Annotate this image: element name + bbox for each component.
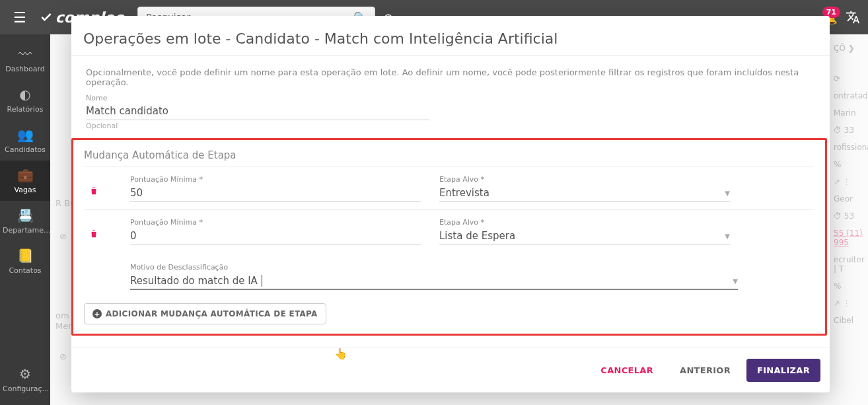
help-text: Opcionalmente, você pode definir um nome… [71, 55, 827, 91]
rule-row: Pontuação Mínima * Etapa Alvo * Lista de… [84, 209, 814, 298]
sidebar-item-departamentos[interactable]: 📇Departame... [0, 201, 50, 241]
name-hint: Opcional [86, 122, 813, 130]
min-score-input[interactable] [130, 185, 421, 202]
batch-operation-modal: Operações em lote - Candidato - Match co… [71, 16, 830, 392]
chevron-down-icon: ▼ [725, 190, 730, 197]
rule-row: Pontuação Mínima * Etapa Alvo * Entrevis… [84, 166, 814, 209]
chevron-down-icon: ▼ [725, 233, 730, 240]
delete-rule-button[interactable] [84, 175, 117, 196]
operation-name-input[interactable] [86, 102, 429, 120]
cancel-button[interactable]: CANCELAR [590, 359, 664, 382]
score-label: Pontuação Mínima * [130, 218, 421, 227]
logo-check-icon [40, 11, 53, 24]
add-stage-change-button[interactable]: + ADICIONAR MUDANÇA AUTOMÁTICA DE ETAPA [84, 303, 326, 324]
sidebar-item-vagas[interactable]: 💼Vagas [0, 161, 50, 201]
section-title: Mudança Automática de Etapa [84, 149, 814, 161]
cursor-pointer-icon: 👆 [334, 348, 347, 360]
sidebar-item-candidatos[interactable]: 👥Candidatos [0, 120, 50, 161]
stage-label: Etapa Alvo * [439, 218, 730, 227]
chevron-down-icon: ▼ [733, 277, 738, 285]
min-score-input[interactable] [130, 228, 421, 244]
plus-icon: + [92, 309, 102, 318]
sidebar-item-contatos[interactable]: 📒Contatos [0, 241, 50, 281]
finalize-button[interactable]: FINALIZAR [746, 359, 820, 382]
target-stage-select[interactable]: Entrevista ▼ [439, 185, 730, 202]
stage-change-highlight: Mudança Automática de Etapa Pontuação Mí… [71, 138, 827, 336]
disqualification-reason-select[interactable]: Resultado do match de IA ▼ [130, 273, 738, 290]
score-label: Pontuação Mínima * [130, 175, 421, 184]
delete-rule-button[interactable] [84, 218, 117, 239]
modal-title: Operações em lote - Candidato - Match co… [71, 16, 830, 55]
hamburger-menu[interactable]: ☰ [8, 4, 32, 31]
sidebar-item-settings[interactable]: ⚙Configuraç... [0, 359, 50, 400]
target-stage-select[interactable]: Lista de Espera ▼ [439, 228, 730, 244]
trash-icon [89, 229, 98, 239]
previous-button[interactable]: ANTERIOR [669, 359, 741, 382]
sidebar-item-dashboard[interactable]: 〰Dashboard [0, 40, 50, 80]
reason-label: Motivo de Desclassificação [130, 263, 738, 272]
name-label: Nome [86, 94, 813, 102]
sidebar-item-relatorios[interactable]: ◐Relatórios [0, 80, 50, 120]
translate-icon[interactable] [846, 10, 860, 24]
trash-icon [89, 186, 98, 196]
stage-label: Etapa Alvo * [439, 175, 730, 184]
